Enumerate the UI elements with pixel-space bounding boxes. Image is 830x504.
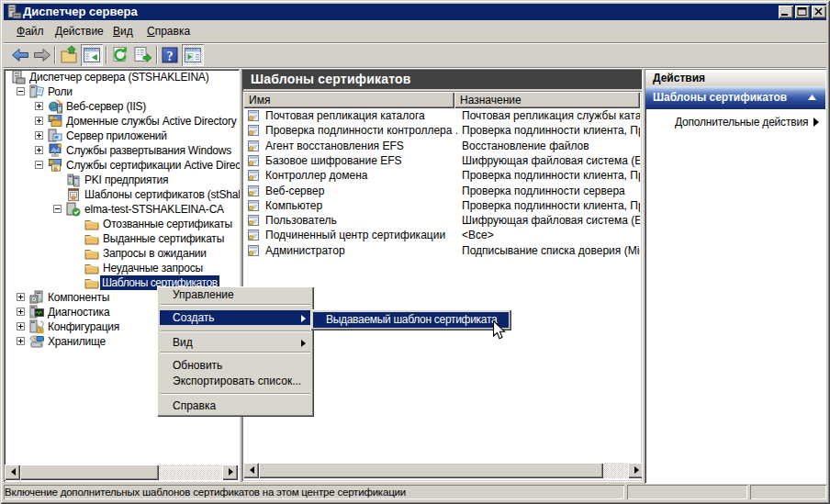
svg-text:?: ? xyxy=(167,50,174,63)
